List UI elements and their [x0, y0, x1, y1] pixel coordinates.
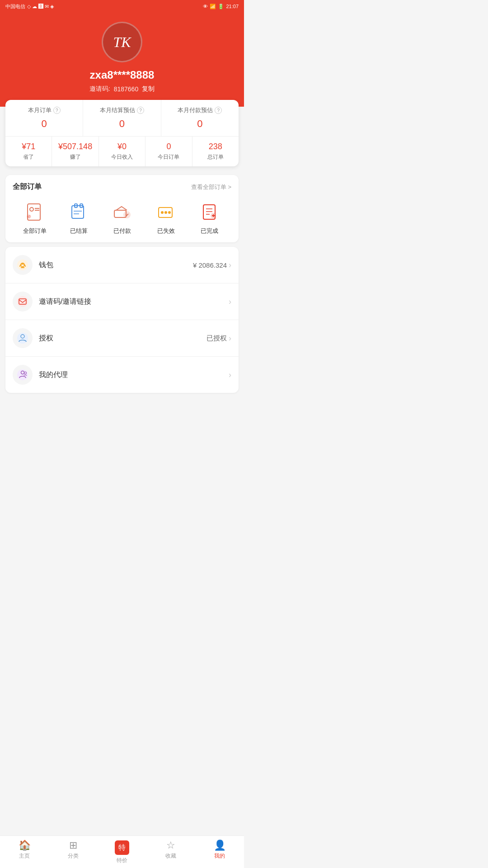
username-text: zxa8****8888: [9, 69, 235, 81]
stat-earned: ¥507.148 赚了: [52, 137, 99, 166]
orders-header: 全部订单 查看全部订单 >: [13, 182, 231, 192]
all-orders-label: 全部订单: [23, 227, 47, 235]
expired-label: 已失效: [157, 227, 175, 235]
auth-label: 授权: [39, 334, 206, 343]
agent-right: ›: [229, 370, 231, 380]
agent-icon-wrap: [13, 365, 33, 385]
settled-label: 已结算: [70, 227, 88, 235]
svg-point-14: [161, 211, 164, 214]
chevron-right-icon-3: ›: [229, 334, 231, 343]
svg-text:⏱: ⏱: [28, 215, 31, 218]
carrier-text: 中国电信: [5, 3, 25, 10]
order-type-settled[interactable]: 已结算: [68, 201, 90, 235]
order-type-all[interactable]: ⏱ 全部订单: [23, 201, 47, 235]
view-all-orders-link[interactable]: 查看全部订单 >: [191, 183, 231, 191]
stat-monthly-orders-value: 0: [9, 118, 79, 130]
stats-card: 本月订单 ? 0 本月结算预估 ? 0 本月付款预估 ? 0: [5, 100, 239, 166]
menu-item-invite[interactable]: 邀请码/邀请链接 ›: [5, 283, 239, 320]
help-icon-2[interactable]: ?: [215, 107, 222, 114]
menu-item-agent[interactable]: 我的代理 ›: [5, 357, 239, 393]
menu-item-auth[interactable]: 授权 已授权 ›: [5, 320, 239, 357]
stat-monthly-settlement: 本月结算预估 ? 0: [83, 100, 161, 136]
agent-label: 我的代理: [39, 370, 229, 380]
svg-point-24: [17, 259, 28, 270]
status-right: 👁 📶 🔋 21:07: [203, 4, 239, 9]
invite-right: ›: [229, 297, 231, 307]
wallet-right: ¥ 2086.324 ›: [193, 260, 231, 270]
auth-value: 已授权: [206, 334, 227, 343]
invite-label: 邀请码/邀请链接: [39, 297, 229, 307]
wallet-value: ¥ 2086.324: [193, 261, 227, 269]
avatar: TK: [102, 22, 142, 62]
copy-button[interactable]: 复制: [142, 85, 155, 93]
profile-header: TK zxa8****8888 邀请码: 8187660 复制: [0, 13, 244, 107]
wallet-label: 钱包: [39, 260, 193, 270]
chevron-right-icon: ›: [229, 260, 231, 270]
order-type-paid[interactable]: 已付款: [111, 201, 134, 235]
paid-icon: [111, 201, 134, 223]
orders-section-title: 全部订单: [13, 182, 42, 192]
completed-icon: [198, 201, 221, 223]
help-icon-1[interactable]: ?: [137, 107, 144, 114]
auth-icon-wrap: [13, 328, 33, 348]
order-icons-row: ⏱ 全部订单 已结算: [13, 201, 231, 235]
wallet-icon-wrap: [13, 255, 33, 275]
eye-icon: 👁: [203, 4, 208, 9]
help-icon-0[interactable]: ?: [53, 107, 61, 114]
invite-label: 邀请码:: [89, 85, 110, 93]
stat-today-orders: 0 今日订单: [145, 137, 192, 166]
menu-item-wallet[interactable]: 钱包 ¥ 2086.324 ›: [5, 247, 239, 283]
paid-label: 已付款: [113, 227, 131, 235]
orders-section: 全部订单 查看全部订单 > ⏱ 全部订单: [5, 175, 239, 242]
battery-icon: 🔋: [218, 4, 224, 9]
stat-monthly-orders: 本月订单 ? 0: [5, 100, 83, 136]
invite-icon-wrap: [13, 292, 33, 311]
signal-icons: ◇ ☁ 🅱 ✉ ◈: [27, 4, 54, 9]
completed-label: 已完成: [201, 227, 218, 235]
stat-monthly-settlement-value: 0: [87, 118, 157, 130]
time-text: 21:07: [226, 4, 239, 9]
stats-top-row: 本月订单 ? 0 本月结算预估 ? 0 本月付款预估 ? 0: [5, 100, 239, 137]
stat-total-orders: 238 总订单: [192, 137, 239, 166]
menu-list: 钱包 ¥ 2086.324 › 邀请码/邀请链接 ›: [5, 247, 239, 393]
status-bar: 中国电信 ◇ ☁ 🅱 ✉ ◈ 👁 📶 🔋 21:07: [0, 0, 244, 13]
svg-point-16: [168, 211, 171, 214]
stat-saved: ¥71 省了: [5, 137, 52, 166]
order-type-completed[interactable]: 已完成: [198, 201, 221, 235]
chevron-right-icon-4: ›: [229, 370, 231, 380]
all-orders-icon: ⏱: [23, 201, 46, 223]
svg-point-1: [30, 208, 33, 211]
wifi-icon: 📶: [210, 4, 216, 9]
svg-point-15: [164, 211, 167, 214]
stats-bottom-row: ¥71 省了 ¥507.148 赚了 ¥0 今日收入 0 今日订单 238 总订…: [5, 137, 239, 166]
stat-monthly-payment: 本月付款预估 ? 0: [161, 100, 239, 136]
stat-today-income: ¥0 今日收入: [99, 137, 145, 166]
auth-right: 已授权 ›: [206, 334, 231, 343]
settled-icon: [68, 201, 90, 223]
stat-monthly-payment-value: 0: [165, 118, 235, 130]
chevron-right-icon-2: ›: [229, 297, 231, 307]
invite-code-row: 邀请码: 8187660 复制: [9, 85, 235, 93]
status-left: 中国电信 ◇ ☁ 🅱 ✉ ◈: [5, 3, 54, 10]
avatar-text: TK: [113, 34, 131, 51]
expired-icon: [155, 201, 177, 223]
invite-code-value: 8187660: [114, 85, 139, 93]
order-type-expired[interactable]: 已失效: [155, 201, 177, 235]
